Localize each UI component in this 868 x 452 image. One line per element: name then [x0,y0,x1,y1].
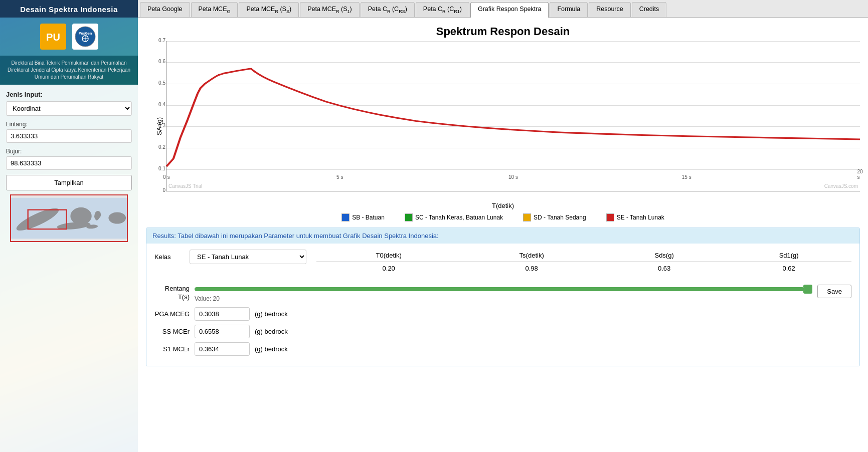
s1-input[interactable] [195,342,250,356]
sidebar: Desain Spektra Indonesia PU PusGen Direk… [0,0,138,452]
legend-label-sc: SC - Tanah Keras, Batuan Lunak [415,214,503,221]
tab-peta-cr-crs[interactable]: Peta CR (CRS) [361,2,415,17]
results-section: Results: Tabel dibawah ini merupakan Par… [146,228,860,366]
sidebar-description: Direktorat Bina Teknik Permukiman dan Pe… [0,56,138,85]
svg-point-10 [70,207,91,225]
svg-point-11 [108,212,126,223]
chart-plot-area: 0.7 0.6 0.5 0.4 0.3 0.2 0.1 [166,41,860,191]
tab-bar: Peta Google Peta MCEG Peta MCER (SS) Pet… [138,0,868,18]
legend-se: SE - Tanah Lunak [606,213,664,221]
sidebar-title: Desain Spektra Indonesia [0,0,138,18]
chart-legend: SB - Batuan SC - Tanah Keras, Batuan Lun… [146,213,860,221]
logo-pu: PU [40,24,66,50]
legend-sd: SD - Tanah Sedang [523,213,586,221]
legend-label-sb: SB - Batuan [352,214,385,221]
lintang-input[interactable] [6,129,132,143]
tab-resource[interactable]: Resource [589,2,631,17]
kelas-select[interactable]: SE - Tanah Lunak SA - Batuan Dasar SB - … [190,250,306,264]
legend-sc: SC - Tanah Keras, Batuan Lunak [405,213,503,221]
tab-credits[interactable]: Credits [632,2,667,17]
col-sds: Sds(g) [602,250,726,262]
pga-label: PGA MCEG [154,310,190,318]
val-ts: 0.98 [461,261,602,275]
legend-sb: SB - Batuan [341,213,385,221]
chart-container: SA (g) 0.7 0.6 0.5 0.4 0.3 [146,41,860,211]
jenis-input-label: Jenis Input: [6,91,132,98]
sidebar-form: Jenis Input: Koordinat Lintang: Bujur: T… [0,85,138,452]
legend-color-se [606,213,614,221]
legend-label-sd: SD - Tanah Sedang [534,214,586,221]
chart-title: Spektrum Respon Desain [146,25,860,38]
tab-peta-google[interactable]: Peta Google [140,2,190,17]
tab-peta-mcer-s1[interactable]: Peta MCER (S1) [300,2,360,17]
bujur-input[interactable] [6,156,132,170]
ss-input[interactable] [195,325,250,338]
col-sd1: Sd1(g) [726,250,851,262]
pga-unit: (g) bedrock [255,310,288,318]
content-area: Spektrum Respon Desain SA (g) 0.7 0.6 0.… [138,18,868,453]
svg-text:PusGen: PusGen [78,32,91,35]
lintang-label: Lintang: [6,121,132,128]
svg-text:PU: PU [46,32,60,43]
ss-unit: (g) bedrock [255,328,288,335]
save-button[interactable]: Save [817,285,851,298]
tab-peta-cr-cri[interactable]: Peta CR (CR1) [416,2,469,17]
val-sd1: 0.62 [726,261,851,275]
results-header: Results: Tabel dibawah ini merupakan Par… [146,228,859,244]
val-sds: 0.63 [602,261,726,275]
chart-svg [166,41,860,177]
legend-label-se: SE - Tanah Lunak [617,214,664,221]
main-content: Peta Google Peta MCEG Peta MCER (SS) Pet… [138,0,868,452]
val-t0: 0.20 [316,261,461,275]
sidebar-map [10,194,128,242]
legend-color-sd [523,213,531,221]
results-table: T0(detik) Ts(detik) Sds(g) Sd1(g) 0.20 0… [316,250,851,275]
x-axis-label: T(detik) [492,202,514,209]
tab-formula[interactable]: Formula [550,2,588,17]
rentang-value-label: Value: 20 [195,295,812,302]
results-body: Kelas SE - Tanah Lunak SA - Batuan Dasar… [146,244,859,366]
tab-grafik-respon[interactable]: Grafik Respon Spektra [470,2,549,18]
s1-unit: (g) bedrock [255,345,288,353]
pga-input[interactable] [195,307,250,321]
col-t0: T0(detik) [316,250,461,262]
kelas-label: Kelas [154,253,185,261]
tampilkan-button[interactable]: Tampilkan [6,175,132,190]
watermark-left: CanvasJS Trial [168,183,202,189]
ss-label: SS MCEr [154,328,190,335]
bujur-label: Bujur: [6,148,132,155]
logo-pusgen: PusGen [72,24,98,50]
rentang-label: RentangT(s) [154,285,190,302]
col-ts: Ts(detik) [461,250,602,262]
legend-color-sc [405,213,413,221]
jenis-input-select[interactable]: Koordinat [6,101,132,116]
s1-label: S1 MCEr [154,345,190,353]
tab-peta-mceg[interactable]: Peta MCEG [191,2,238,17]
y-tick-0: 0 [166,191,860,191]
sidebar-logos: PU PusGen [0,18,138,56]
watermark-right: CanvasJS.com [824,183,858,189]
tab-peta-mcer-ss[interactable]: Peta MCER (SS) [239,2,299,17]
legend-color-sb [341,213,350,221]
